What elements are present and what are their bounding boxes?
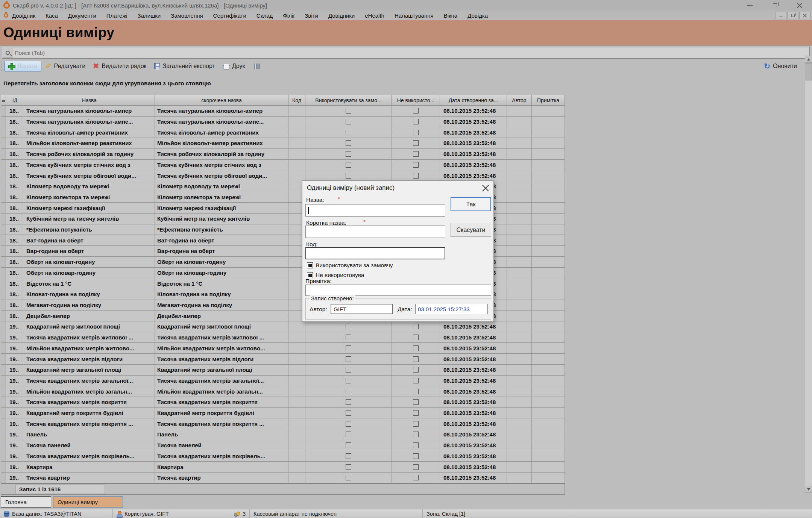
note-field[interactable] [305, 285, 491, 296]
use-default-checkbox[interactable] [346, 442, 351, 448]
not-used-checkbox[interactable] [413, 453, 419, 459]
not-used-checkbox[interactable] [413, 442, 419, 448]
print-button[interactable]: Друк [219, 61, 249, 71]
refresh-button[interactable]: ↻ Оновити [760, 61, 801, 71]
name-field[interactable] [305, 204, 445, 217]
menu-item[interactable]: Каса [46, 12, 58, 19]
table-row[interactable]: 19.. Квартира Квартира 08.10.2015 23:52:… [1, 462, 565, 473]
use-default-checkbox[interactable] [346, 389, 351, 394]
table-row[interactable]: 19.. Тисяча квадратних метрів підлоги Ти… [1, 354, 565, 365]
not-used-checkbox[interactable] [413, 432, 419, 437]
menu-item[interactable]: eHealth [365, 12, 384, 19]
not-used-checkbox[interactable] [413, 173, 419, 179]
use-default-checkbox[interactable] [346, 421, 351, 427]
table-row[interactable]: 19.. Мільйон квадратних метрів загальн..… [1, 386, 565, 397]
ok-button[interactable]: Так [451, 197, 491, 211]
use-default-checkbox[interactable] [346, 162, 351, 168]
search-input[interactable]: Поиск (Tab) [2, 47, 810, 59]
not-used-checkbox[interactable] [413, 140, 419, 146]
code-field[interactable] [305, 247, 445, 259]
menu-item[interactable]: Звіти [305, 12, 318, 19]
column-header-not-used[interactable]: Не використо... [392, 95, 440, 106]
use-default-checkbox[interactable] [346, 173, 351, 179]
not-used-checkbox[interactable] [413, 108, 419, 114]
short-name-field[interactable] [305, 226, 445, 238]
use-default-checkbox[interactable] [346, 432, 351, 437]
columns-button[interactable] [249, 62, 264, 71]
column-header-author[interactable]: Автор [507, 95, 532, 106]
use-default-checkbox[interactable] [346, 324, 351, 329]
dialog-not-used-checkbox[interactable] [307, 272, 313, 278]
search-icon-button[interactable] [3, 48, 12, 58]
column-header-created[interactable]: Дата створення за... [440, 95, 507, 106]
column-header-code[interactable]: Код [288, 95, 305, 106]
close-button[interactable] [787, 0, 812, 11]
not-used-checkbox[interactable] [413, 421, 419, 427]
column-header-use-default[interactable]: Використовувати за замо... [305, 95, 392, 106]
use-default-checkbox[interactable] [346, 119, 351, 124]
menu-item[interactable]: Платежі [106, 12, 127, 19]
add-button[interactable]: Додати [5, 61, 41, 71]
use-default-checkbox[interactable] [346, 367, 351, 373]
scroll-up-button[interactable] [805, 56, 812, 63]
not-used-checkbox[interactable] [413, 335, 419, 340]
not-used-checkbox[interactable] [413, 410, 419, 416]
menu-item[interactable]: Вікна [444, 12, 458, 19]
scroll-down-button[interactable] [805, 486, 812, 493]
delete-row-button[interactable]: ✖ Видалити рядок [89, 61, 150, 71]
mdi-minimize-button[interactable] [775, 12, 786, 19]
not-used-checkbox[interactable] [413, 356, 419, 362]
menu-item[interactable]: Сертифікати [213, 12, 246, 19]
edit-button[interactable]: ✎ Редагувати [41, 61, 89, 71]
menu-item[interactable]: Довідник [12, 12, 35, 19]
table-row[interactable]: 18.. Тисяча натуральних кіловольт-ампе..… [1, 117, 565, 127]
maximize-button[interactable] [762, 0, 787, 11]
export-button[interactable]: Загальний експорт [150, 61, 219, 71]
column-header-short-name[interactable]: скорочена назва [155, 95, 288, 106]
not-used-checkbox[interactable] [413, 367, 419, 373]
not-used-checkbox[interactable] [413, 475, 419, 480]
table-row[interactable]: 19.. Мільйон квадратних метрів житлово..… [1, 343, 565, 354]
menu-item[interactable]: Довідники [328, 12, 355, 19]
use-default-checkbox[interactable] [346, 345, 351, 351]
not-used-checkbox[interactable] [413, 162, 419, 168]
menu-item[interactable]: Залишки [138, 12, 161, 19]
table-row[interactable]: 18.. Тисяча робочих кілокалорій за годин… [1, 149, 565, 160]
menu-item[interactable]: Філії [283, 12, 294, 19]
use-default-checkbox[interactable] [346, 475, 351, 480]
minimize-button[interactable] [738, 0, 762, 11]
not-used-checkbox[interactable] [413, 378, 419, 383]
menu-item[interactable]: Документи [68, 12, 96, 19]
table-row[interactable]: 19.. Тисяча панелей Тисяча панелей 08.10… [1, 440, 565, 451]
table-row[interactable]: 19.. Квадратний метр загальної площі Ква… [1, 365, 565, 376]
table-row[interactable]: 19.. Тисяча квадратних метрів загальної.… [1, 376, 565, 386]
menu-item[interactable]: Довідка [467, 12, 488, 19]
table-row[interactable]: 19.. Тисяча квадратних метрів покрівель.… [1, 451, 565, 462]
table-row[interactable]: 19.. Квадратний метр житлової площі Квад… [1, 321, 565, 332]
column-header-name[interactable]: Назва [24, 95, 155, 106]
table-row[interactable]: 18.. Тисяча натуральних кіловольт-ампер … [1, 106, 565, 117]
menu-item[interactable]: Налаштування [395, 12, 434, 19]
table-row[interactable]: 18.. Мільйон кіловольт-ампер реактивних … [1, 138, 565, 149]
not-used-checkbox[interactable] [413, 119, 419, 124]
not-used-checkbox[interactable] [413, 151, 419, 157]
toolbar-grip[interactable] [1, 61, 3, 71]
scrollbar-thumb[interactable] [805, 63, 812, 80]
use-default-checkbox[interactable] [346, 410, 351, 416]
table-row[interactable]: 18.. Тисяча кубічних метрів стічних вод … [1, 160, 565, 171]
table-row[interactable]: 19.. Тисяча квартир Тисяча квартир 08.10… [1, 473, 565, 483]
use-default-checkbox[interactable] [346, 108, 351, 114]
use-default-checkbox[interactable] [346, 140, 351, 146]
table-row[interactable]: 19.. Тисяча квадратних метрів покриття Т… [1, 397, 565, 408]
not-used-checkbox[interactable] [413, 389, 419, 394]
not-used-checkbox[interactable] [413, 464, 419, 470]
table-row[interactable]: 19.. Тисяча квадратних метрів покриття .… [1, 418, 565, 429]
use-default-checkbox[interactable] [346, 378, 351, 383]
not-used-checkbox[interactable] [413, 130, 419, 135]
use-default-checkbox[interactable] [346, 464, 351, 470]
column-header-note[interactable]: Примітка [532, 95, 565, 106]
table-row[interactable]: 18.. Тисяча кубічних метрів обігової вод… [1, 170, 565, 181]
window-tab[interactable]: Головна [1, 496, 51, 508]
menu-item[interactable]: Склад [257, 12, 273, 19]
cancel-button[interactable]: Скасувати [451, 223, 491, 237]
